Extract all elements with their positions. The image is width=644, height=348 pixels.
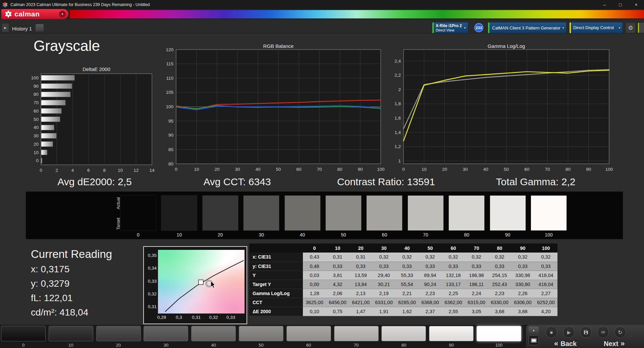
patch-button-20[interactable] — [96, 326, 141, 341]
svg-text:70: 70 — [545, 167, 550, 172]
back-button[interactable]: « Back — [554, 339, 577, 348]
table-row-label: Target Y — [249, 280, 303, 289]
brand-row: calman ▼ — [0, 9, 644, 19]
svg-text:0: 0 — [402, 167, 405, 172]
new-tab-button[interactable] — [36, 24, 44, 31]
swatch-label: 10 — [161, 232, 197, 237]
meter-count-badge[interactable]: 233 — [474, 23, 483, 32]
patch-button-100[interactable] — [477, 326, 521, 341]
table-cell: 330,80 — [511, 280, 534, 289]
table-col-header: 70 — [465, 243, 488, 253]
calman-menu-button[interactable]: calman ▼ — [1, 9, 68, 19]
svg-text:1,4: 1,4 — [394, 130, 401, 135]
swatch-label: 30 — [243, 232, 279, 237]
meter-dropdown[interactable]: X-Rite i1Pro 2 Direct View ▼ — [432, 22, 468, 33]
svg-text:40: 40 — [34, 125, 39, 130]
refresh-button[interactable]: ↻ — [614, 327, 626, 338]
table-row: CCT3625,006456,006421,006331,006285,0063… — [249, 298, 557, 307]
save-button[interactable] — [580, 327, 592, 338]
table-cell: 6368,00 — [419, 298, 442, 307]
svg-text:20: 20 — [214, 167, 219, 172]
svg-text:100: 100 — [166, 104, 173, 109]
patch-button-90[interactable] — [429, 326, 474, 341]
minimize-button[interactable]: – — [597, 0, 612, 9]
table-cell: 2,26 — [511, 289, 534, 298]
display-control-dropdown[interactable]: Direct Display Control ▼ — [570, 22, 623, 33]
svg-text:80: 80 — [168, 161, 173, 166]
table-row: x: CIE310,430,310,310,320,320,320,320,32… — [249, 253, 557, 262]
svg-text:0: 0 — [175, 167, 177, 172]
svg-text:70: 70 — [34, 100, 39, 105]
cie-x-tick: 0,29 — [157, 315, 166, 320]
table-cell: 0,32 — [442, 253, 465, 262]
table-cell: 2,23 — [488, 289, 511, 298]
stop-icon: ■ — [550, 330, 553, 335]
meter-name: X-Rite i1Pro 2 — [436, 23, 463, 28]
patch-button-60[interactable] — [286, 326, 331, 341]
svg-text:30: 30 — [235, 167, 240, 172]
display-mode-button[interactable] — [529, 335, 539, 345]
patch-button-30[interactable] — [144, 326, 188, 341]
patch-button-40[interactable] — [191, 326, 236, 341]
svg-text:60: 60 — [34, 109, 39, 114]
patch-button-0[interactable] — [1, 326, 46, 341]
patch-label: 80 — [381, 343, 426, 348]
stop-button[interactable]: ■ — [546, 327, 557, 338]
table-cell: 6331,00 — [372, 298, 395, 307]
grayscale-swatch-40 — [284, 195, 321, 231]
sidebar-toggle-button[interactable]: ▶ — [2, 23, 9, 32]
table-cell: 0,03 — [303, 271, 326, 280]
table-cell: 0,33 — [326, 262, 349, 271]
patch-label: 60 — [286, 343, 331, 348]
swatch-label: 100 — [531, 232, 567, 237]
settings-gear-button[interactable]: ⚙ — [626, 23, 635, 33]
continuous-read-button[interactable]: ∞ — [597, 327, 609, 338]
table-cell: 132,18 — [442, 271, 465, 280]
patch-button-50[interactable] — [239, 326, 283, 341]
cie-y-tick: 0,32 — [145, 291, 157, 296]
pattern-generator-dropdown[interactable]: CalMAN Client 3 Pattern Generator ▼ — [488, 22, 566, 33]
chevron-down-icon: ▼ — [59, 11, 66, 17]
table-row: Target Y0,004,3213,8430,2155,5490,24133,… — [249, 280, 557, 289]
table-cell: 0,32 — [465, 253, 488, 262]
svg-text:10: 10 — [194, 167, 199, 172]
table-cell: 3,88 — [511, 307, 534, 316]
back-label: Back — [560, 340, 577, 348]
maximize-button[interactable]: □ — [612, 0, 628, 9]
calman-flower-icon — [5, 10, 12, 18]
patch-button-70[interactable] — [334, 326, 379, 341]
table-cell: 0,33 — [442, 262, 465, 271]
swatch-label: 20 — [202, 232, 238, 237]
table-col-header: 0 — [303, 243, 326, 253]
table-cell: 6421,00 — [349, 298, 372, 307]
swatch-label: 90 — [490, 232, 526, 237]
collapse-panel-button[interactable]: ▲ — [529, 327, 539, 334]
grayscale-swatch-strip: Actual Target 0102030405060708090100 — [26, 192, 623, 239]
patch-label: 10 — [49, 343, 93, 348]
partial-edge-button[interactable] — [638, 23, 644, 33]
grayscale-swatch-70 — [408, 195, 444, 231]
svg-text:10: 10 — [118, 168, 123, 173]
table-cell: 0,33 — [419, 262, 442, 271]
patch-button-10[interactable] — [49, 326, 93, 341]
table-cell: 0,75 — [326, 307, 349, 316]
svg-text:2: 2 — [56, 168, 58, 173]
next-button[interactable]: Next » — [604, 339, 625, 348]
play-button[interactable]: ▶ — [563, 327, 575, 338]
svg-text:10: 10 — [34, 150, 39, 155]
transport-panel: ▲ ■ ▶ ∞ — [526, 325, 644, 348]
table-cell: 0,32 — [395, 253, 419, 262]
table-col-header: 50 — [419, 243, 442, 253]
bottom-bar: 0102030405060708090100 ▲ ■ ▶ — [0, 325, 644, 348]
svg-text:60: 60 — [524, 167, 529, 172]
svg-text:30: 30 — [34, 133, 39, 138]
table-cell: 55,54 — [395, 280, 419, 289]
table-cell: 3,05 — [465, 307, 488, 316]
close-button[interactable]: × — [628, 0, 644, 9]
table-cell: 3625,00 — [303, 298, 326, 307]
patch-button-80[interactable] — [381, 326, 426, 341]
swatch-label: 70 — [408, 232, 444, 237]
table-cell: 133,17 — [442, 280, 465, 289]
table-cell: 0,32 — [372, 253, 395, 262]
tab-history-1[interactable]: History 1 — [12, 26, 32, 31]
